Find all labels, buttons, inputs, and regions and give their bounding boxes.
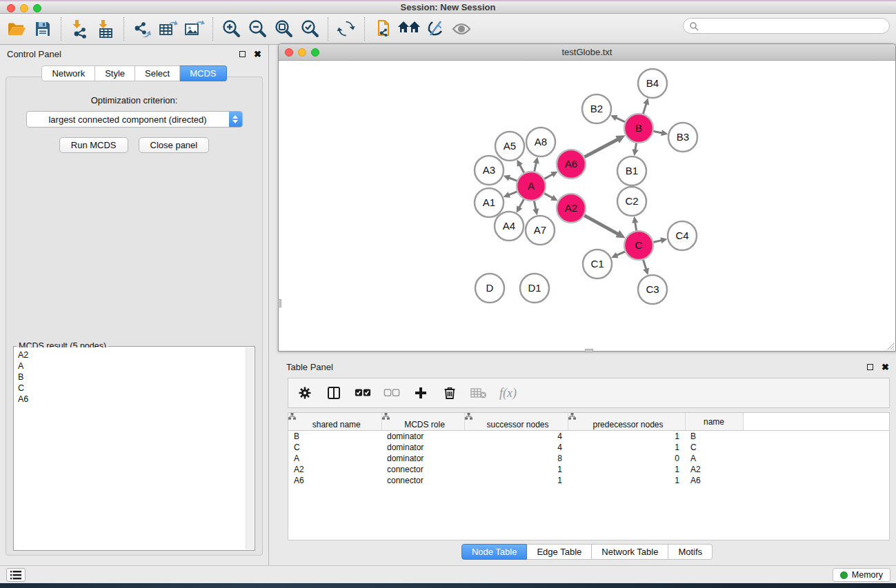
clone-network-icon[interactable] xyxy=(371,18,395,40)
result-scrollbar[interactable] xyxy=(246,347,254,549)
tab-style[interactable]: Style xyxy=(95,65,135,81)
close-window-button[interactable] xyxy=(7,4,15,12)
export-image-icon[interactable] xyxy=(183,18,206,40)
network-zoom-button[interactable] xyxy=(311,48,319,57)
node-table-body: Bdominator41BCdominator41CAdominator80AA… xyxy=(288,431,889,486)
minimize-window-button[interactable] xyxy=(20,4,28,12)
mcds-tab-content: Optimization criterion: largest connecte… xyxy=(6,77,263,556)
gear-icon[interactable] xyxy=(297,385,313,401)
criterion-dropdown[interactable]: largest connected component (directed) xyxy=(26,111,243,128)
tab-network[interactable]: Network xyxy=(41,65,95,81)
tab-node-table[interactable]: Node Table xyxy=(461,544,528,560)
graph-node-label: D1 xyxy=(528,282,541,294)
toolbar-separator xyxy=(123,17,124,41)
result-list-item[interactable]: A6 xyxy=(18,394,246,405)
network-hscroll-thumb[interactable] xyxy=(585,349,593,352)
table-panel: Table Panel ✖ f(x) xyxy=(278,358,896,565)
refresh-icon[interactable] xyxy=(335,18,358,40)
run-mcds-button[interactable]: Run MCDS xyxy=(59,137,128,153)
tab-motifs[interactable]: Motifs xyxy=(668,544,713,560)
toolbar-separator xyxy=(61,17,61,41)
float-panel-icon[interactable] xyxy=(239,51,246,57)
export-network-icon[interactable] xyxy=(130,18,154,40)
network-minimize-button[interactable] xyxy=(298,48,306,57)
import-network-icon[interactable] xyxy=(68,18,91,40)
tab-edge-table[interactable]: Edge Table xyxy=(527,544,592,560)
eye-icon[interactable] xyxy=(450,18,473,40)
optimization-criterion-label: Optimization criterion: xyxy=(6,95,262,105)
column-header-shared-name[interactable]: shared name xyxy=(288,413,381,431)
zoom-selected-icon[interactable] xyxy=(298,18,321,40)
table-row[interactable]: Cdominator41C xyxy=(288,442,889,453)
graph-node-label: B4 xyxy=(646,77,659,89)
zoom-window-button[interactable] xyxy=(33,4,41,12)
close-panel-icon[interactable]: ✖ xyxy=(254,51,261,57)
flatten-hierarchy-icon xyxy=(465,413,568,420)
graph-node-label: B2 xyxy=(590,103,603,114)
column-header-empty xyxy=(743,413,889,431)
graph-node-label: A8 xyxy=(535,136,547,148)
zoom-out-icon[interactable] xyxy=(246,18,269,40)
float-table-panel-icon[interactable] xyxy=(867,364,873,370)
task-history-button[interactable] xyxy=(6,568,26,582)
network-vscroll-thumb[interactable] xyxy=(278,299,281,307)
app-titlebar: Session: New Session xyxy=(0,0,896,14)
resize-grip-icon[interactable] xyxy=(886,342,895,350)
close-table-panel-icon[interactable]: ✖ xyxy=(882,364,889,370)
table-row[interactable]: A2connector11A2 xyxy=(288,464,889,475)
import-table-icon[interactable] xyxy=(94,18,117,40)
delete-table-icon xyxy=(470,385,487,401)
deselect-all-columns-icon[interactable] xyxy=(384,385,400,401)
flatten-hierarchy-icon xyxy=(568,413,685,420)
memory-status-icon xyxy=(840,571,848,579)
column-header-successor-nodes[interactable]: successor nodes xyxy=(464,413,568,431)
search-input[interactable] xyxy=(699,21,878,31)
tab-mcds[interactable]: MCDS xyxy=(180,65,226,81)
main-toolbar xyxy=(0,14,896,45)
result-list-item[interactable]: A2 xyxy=(18,349,246,361)
graph-node-label: A4 xyxy=(503,220,515,232)
graph-node-label: C4 xyxy=(675,230,688,241)
network-canvas[interactable]: B4B2BB3A8A5A6B1A3AC2A1A2A4A7C4CC1C3DD1 xyxy=(279,61,895,351)
delete-column-icon[interactable] xyxy=(441,385,458,401)
graph-node-label: B3 xyxy=(677,131,689,143)
home-icon[interactable] xyxy=(397,18,421,40)
save-icon[interactable] xyxy=(31,18,54,40)
table-row[interactable]: A6connector11A6 xyxy=(288,475,889,486)
graph-node-label: B1 xyxy=(626,165,638,176)
status-bar: Memory xyxy=(0,565,896,583)
dropdown-stepper-icon xyxy=(229,112,242,127)
graph-node-label: D xyxy=(486,282,494,294)
graph-node-label: A2 xyxy=(565,202,577,214)
memory-button[interactable]: Memory xyxy=(833,568,890,582)
search-field[interactable] xyxy=(683,18,890,34)
tab-network-table[interactable]: Network Table xyxy=(592,544,668,560)
toolbar-separator xyxy=(212,17,213,41)
criterion-selected-value: largest connected component (directed) xyxy=(27,114,229,125)
select-all-columns-icon[interactable] xyxy=(355,385,371,401)
hide-annotations-icon[interactable] xyxy=(424,18,447,40)
zoom-in-icon[interactable] xyxy=(219,18,243,40)
export-table-icon[interactable] xyxy=(157,18,180,40)
add-column-icon[interactable] xyxy=(412,385,429,401)
open-folder-icon[interactable] xyxy=(5,18,28,40)
result-list-item[interactable]: B xyxy=(18,372,246,383)
column-header-name[interactable]: name xyxy=(685,413,743,431)
table-row[interactable]: Adominator80A xyxy=(288,453,889,464)
list-icon xyxy=(10,571,21,580)
network-window-titlebar[interactable]: testGlobe.txt xyxy=(279,44,895,61)
show-columns-icon[interactable] xyxy=(326,385,342,401)
graph-node-label: A6 xyxy=(565,158,577,170)
table-toolbar: f(x) xyxy=(288,378,890,408)
column-header-mcds-role[interactable]: MCDS role xyxy=(381,413,464,431)
table-row[interactable]: Bdominator41B xyxy=(288,431,889,442)
graph-node-label: A xyxy=(528,180,535,192)
tab-select[interactable]: Select xyxy=(135,65,180,81)
result-list-item[interactable]: A xyxy=(18,361,246,372)
column-header-predecessor-nodes[interactable]: predecessor nodes xyxy=(568,413,685,431)
zoom-fit-icon[interactable] xyxy=(272,18,295,40)
mcds-result-list[interactable]: A2ABCA6 xyxy=(14,347,246,549)
network-close-button[interactable] xyxy=(285,48,293,57)
result-list-item[interactable]: C xyxy=(18,383,246,394)
close-panel-button[interactable]: Close panel xyxy=(139,137,210,153)
